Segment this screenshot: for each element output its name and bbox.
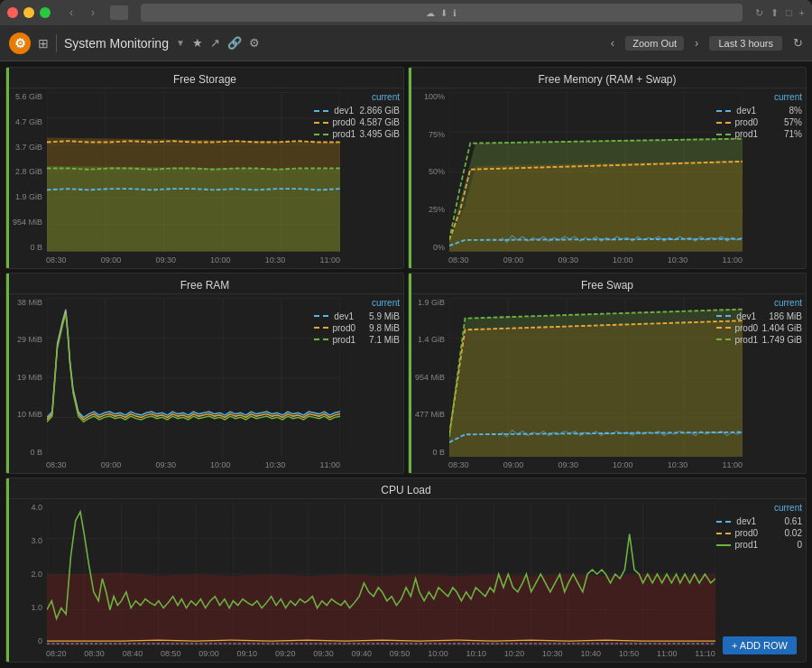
legend-line — [716, 315, 731, 317]
cpu-load-x-axis: 08:20 08:30 08:40 08:50 09:00 09:10 09:2… — [46, 645, 715, 662]
x-label: 11:00 — [657, 649, 678, 658]
x-label: 10:30 — [265, 255, 286, 264]
x-label: 10:30 — [542, 649, 563, 658]
legend-name: prod0 — [734, 528, 758, 538]
x-label: 09:30 — [558, 255, 578, 264]
legend-line — [716, 327, 731, 329]
legend-item: prod1 7.1 MiB — [314, 335, 400, 345]
legend-value: 8% — [761, 106, 802, 116]
legend-item: prod1 71% — [716, 129, 802, 139]
legend-line-prod0 — [314, 122, 328, 124]
apps-icon[interactable]: ⊞ — [38, 36, 49, 51]
prev-range-icon[interactable]: ‹ — [611, 36, 614, 50]
refresh-icon[interactable]: ↻ — [793, 36, 803, 50]
x-label: 08:30 — [448, 255, 469, 264]
legend-line — [716, 544, 731, 546]
svg-marker-27 — [449, 161, 743, 252]
free-swap-y-axis: 1.9 GiB 1.4 GiB 954 MiB 477 MiB 0 B — [409, 298, 448, 458]
x-label: 08:30 — [46, 460, 67, 469]
star-icon[interactable]: ★ — [192, 36, 203, 50]
legend-name: dev1 — [736, 106, 756, 116]
x-label: 11:00 — [722, 460, 743, 469]
legend-value: 0 — [761, 540, 802, 550]
dropdown-arrow[interactable]: ▼ — [176, 38, 185, 48]
link-icon[interactable]: 🔗 — [227, 36, 242, 50]
grafana-logo: ⚙ — [9, 32, 31, 54]
free-memory-panel: Free Memory (RAM + Swap) 100% 75% 50% 25… — [408, 67, 807, 269]
add-row-button[interactable]: + ADD ROW — [723, 636, 797, 654]
y-label: 0 B — [30, 448, 42, 457]
maximize-button[interactable] — [40, 7, 51, 18]
x-label: 10:20 — [504, 649, 525, 658]
y-label: 0 — [38, 636, 42, 645]
address-bar[interactable]: ☁ ⬇ ℹ — [141, 4, 743, 22]
toolbar-right: ‹ Zoom Out › Last 3 hours ↻ — [611, 36, 803, 51]
y-label: 25% — [429, 205, 445, 214]
x-label: 08:20 — [46, 649, 67, 658]
legend-line — [716, 134, 731, 135]
legend-value: 4.587 GiB — [359, 117, 400, 127]
x-label: 09:30 — [155, 255, 176, 264]
legend-item: prod0 4.587 GiB — [314, 117, 400, 127]
settings-icon[interactable]: ⚙ — [249, 36, 260, 50]
back-button[interactable]: ‹ — [63, 5, 79, 21]
y-label: 29 MiB — [17, 335, 42, 344]
minimize-button[interactable] — [23, 7, 34, 18]
bookmark-icon[interactable]: □ — [786, 7, 792, 18]
legend-value: 2.866 GiB — [359, 106, 400, 116]
time-range-button[interactable]: Last 3 hours — [709, 36, 782, 51]
x-label: 10:00 — [613, 255, 633, 264]
legend-name: prod1 — [734, 540, 758, 550]
free-swap-chart: 1.9 GiB 1.4 GiB 954 MiB 477 MiB 0 B — [409, 294, 806, 474]
tab-icon — [110, 5, 128, 20]
forward-button[interactable]: › — [85, 5, 101, 21]
legend-name: dev1 — [736, 516, 756, 526]
free-ram-chart: 38 MiB 29 MiB 19 MiB 10 MiB 0 B — [6, 294, 403, 474]
x-label: 08:40 — [123, 649, 143, 658]
x-label: 10:10 — [466, 649, 486, 658]
legend-item: dev1 186 MiB — [716, 311, 802, 321]
x-label: 09:20 — [275, 649, 296, 658]
y-label: 0 B — [30, 243, 42, 252]
y-label: 75% — [429, 130, 445, 139]
legend-value: 5.9 MiB — [359, 311, 400, 321]
legend-line — [716, 339, 731, 340]
x-label: 10:00 — [210, 460, 231, 469]
free-swap-svg — [449, 298, 743, 458]
free-swap-title: Free Swap — [409, 274, 806, 294]
row-2: Free RAM 38 MiB 29 MiB 19 MiB 10 MiB 0 B — [5, 273, 807, 475]
free-ram-legend: current dev1 5.9 MiB prod0 9.8 MiB — [314, 298, 400, 345]
x-label: 09:00 — [198, 649, 219, 658]
separator — [56, 34, 57, 52]
x-label: 09:30 — [558, 460, 578, 469]
legend-line — [716, 533, 731, 534]
free-swap-panel: Free Swap 1.9 GiB 1.4 GiB 954 MiB 477 Mi… — [408, 273, 807, 475]
zoom-out-button[interactable]: Zoom Out — [625, 36, 684, 51]
legend-name: prod0 — [734, 323, 758, 333]
legend-name: dev1 — [736, 311, 756, 321]
legend-value: 0.61 — [761, 516, 802, 526]
current-label: current — [716, 92, 802, 102]
refresh-icon[interactable]: ↻ — [755, 7, 763, 19]
legend-item: dev1 0.61 — [716, 516, 802, 526]
x-label: 09:10 — [237, 649, 258, 658]
cpu-load-content: 4.0 3.0 2.0 1.0 0 — [6, 499, 806, 662]
legend-name: prod0 — [734, 117, 758, 127]
close-button[interactable] — [7, 7, 18, 18]
next-range-icon[interactable]: › — [695, 36, 698, 50]
legend-name: prod0 — [332, 117, 355, 127]
x-label: 10:30 — [668, 255, 688, 264]
legend-item: prod1 1.749 GiB — [716, 335, 802, 345]
x-label: 08:30 — [84, 649, 105, 658]
new-tab-icon[interactable]: + — [799, 7, 805, 18]
share-icon[interactable]: ⬆ — [770, 7, 779, 19]
share-icon[interactable]: ↗ — [210, 36, 220, 50]
legend-value: 9.8 MiB — [359, 323, 400, 333]
legend-line-dev1 — [314, 110, 328, 112]
free-memory-x-axis: 08:30 09:00 09:30 10:00 10:30 11:00 — [448, 252, 743, 268]
free-ram-x-axis: 08:30 09:00 09:30 10:00 10:30 11:00 — [46, 457, 340, 473]
legend-item: prod0 0.02 — [716, 528, 802, 538]
cpu-load-legend: current dev1 0.61 prod0 0.02 — [716, 503, 802, 550]
browser-nav: ‹ › — [63, 5, 101, 21]
legend-item: prod0 57% — [716, 117, 802, 127]
